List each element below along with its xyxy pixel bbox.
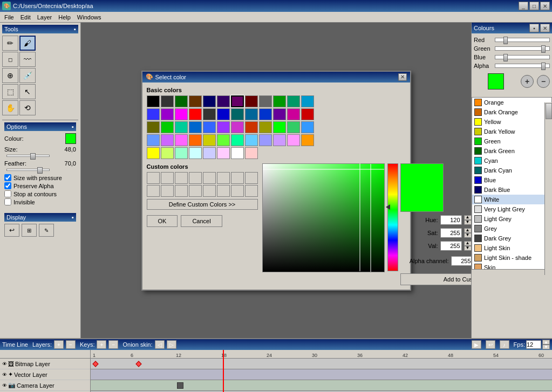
basic-color-cell[interactable] bbox=[161, 134, 174, 146]
basic-color-cell[interactable] bbox=[231, 147, 244, 159]
basic-color-cell[interactable] bbox=[203, 147, 216, 159]
green-channel-slider[interactable] bbox=[495, 46, 550, 51]
pencil-tool[interactable]: ✏ bbox=[2, 36, 18, 51]
scroll-thumb[interactable] bbox=[546, 103, 552, 119]
layer-row[interactable]: 👁✦Vector Layer bbox=[0, 369, 90, 380]
color-list-item[interactable]: White bbox=[472, 195, 551, 204]
color-list-item[interactable]: Orange bbox=[472, 98, 551, 107]
basic-color-cell[interactable] bbox=[203, 121, 216, 133]
basic-color-cell[interactable] bbox=[287, 95, 300, 107]
color-list-item[interactable]: Dark Cyan bbox=[472, 166, 551, 175]
define-custom-colors-button[interactable]: Define Custom Colors >> bbox=[147, 199, 258, 210]
move-tool[interactable]: ↖ bbox=[19, 84, 36, 99]
basic-color-cell[interactable] bbox=[175, 108, 188, 120]
stop-contours-checkbox[interactable] bbox=[4, 190, 11, 197]
basic-color-cell[interactable] bbox=[245, 95, 258, 107]
basic-color-cell[interactable] bbox=[231, 121, 244, 133]
basic-color-cell[interactable] bbox=[189, 134, 202, 146]
bitmap-track[interactable] bbox=[91, 359, 552, 369]
basic-color-cell[interactable] bbox=[273, 121, 286, 133]
hue-input[interactable] bbox=[440, 215, 462, 225]
basic-color-cell[interactable] bbox=[231, 108, 244, 120]
menu-edit[interactable]: Edit bbox=[17, 13, 34, 22]
color-list-item[interactable]: Light Skin bbox=[472, 243, 551, 253]
basic-color-cell[interactable] bbox=[161, 95, 174, 107]
colours-panel-restore[interactable]: ▪ bbox=[529, 24, 539, 32]
fill-tool[interactable]: ⊕ bbox=[2, 68, 18, 83]
colours-panel-close[interactable]: ✕ bbox=[540, 24, 550, 32]
basic-color-cell[interactable] bbox=[175, 134, 188, 146]
color-list-item[interactable]: Yellow bbox=[472, 117, 551, 127]
custom-cell[interactable] bbox=[245, 172, 258, 184]
display-btn1[interactable]: ↩ bbox=[4, 224, 19, 237]
rewind-button[interactable]: ↩ bbox=[486, 340, 495, 349]
custom-cell[interactable] bbox=[189, 185, 202, 197]
sat-input[interactable] bbox=[440, 228, 462, 238]
custom-cell[interactable] bbox=[217, 185, 230, 197]
size-pressure-checkbox[interactable] bbox=[4, 174, 11, 181]
canvas-area[interactable]: 🎨 Select color ✕ Basic colors Custom col… bbox=[81, 23, 471, 338]
invisible-checkbox[interactable] bbox=[4, 198, 11, 205]
color-list-item[interactable]: Light Skin - shade bbox=[472, 253, 551, 263]
play-button[interactable]: ▶ bbox=[472, 340, 481, 349]
custom-cell[interactable] bbox=[147, 172, 160, 184]
alpha-channel-input[interactable] bbox=[451, 256, 472, 266]
basic-color-cell[interactable] bbox=[231, 95, 244, 107]
fps-down[interactable]: ▼ bbox=[542, 345, 550, 349]
color-list-item[interactable]: Dark Green bbox=[472, 146, 551, 156]
color-list-item[interactable]: Dark Blue bbox=[472, 185, 551, 195]
custom-cell[interactable] bbox=[147, 185, 160, 197]
color-list-item[interactable]: Green bbox=[472, 136, 551, 146]
color-list[interactable]: OrangeDark OrangeYellowDark YellowGreenD… bbox=[472, 97, 552, 270]
color-list-item[interactable]: Dark Grey bbox=[472, 233, 551, 243]
add-color-button[interactable]: + bbox=[521, 75, 534, 88]
alpha-channel-slider[interactable] bbox=[495, 64, 550, 68]
eyedropper-tool[interactable]: 💉 bbox=[19, 68, 36, 83]
basic-color-cell[interactable] bbox=[273, 108, 286, 120]
basic-color-cell[interactable] bbox=[161, 108, 174, 120]
layer-row[interactable]: 👁📷Camera Layer bbox=[0, 380, 90, 391]
basic-color-cell[interactable] bbox=[301, 95, 314, 107]
menu-file[interactable]: File bbox=[1, 13, 17, 22]
transform-tool[interactable]: ⟲ bbox=[19, 100, 36, 115]
color-list-item[interactable]: Dark Orange bbox=[472, 107, 551, 117]
display-btn2[interactable]: ⊞ bbox=[22, 224, 37, 237]
basic-color-cell[interactable] bbox=[217, 95, 230, 107]
maximize-button[interactable]: □ bbox=[529, 2, 539, 10]
basic-color-cell[interactable] bbox=[161, 147, 174, 159]
blue-channel-slider[interactable] bbox=[495, 55, 550, 59]
basic-color-cell[interactable] bbox=[175, 147, 188, 159]
custom-cell[interactable] bbox=[203, 185, 216, 197]
preserve-alpha-checkbox[interactable] bbox=[4, 182, 11, 189]
basic-color-cell[interactable] bbox=[147, 121, 160, 133]
basic-color-cell[interactable] bbox=[301, 121, 314, 133]
basic-color-cell[interactable] bbox=[231, 134, 244, 146]
custom-cell[interactable] bbox=[161, 185, 174, 197]
eraser-tool[interactable]: ◻ bbox=[2, 52, 18, 67]
fps-up[interactable]: ▲ bbox=[542, 340, 550, 345]
colour-swatch[interactable] bbox=[65, 133, 76, 144]
basic-color-cell[interactable] bbox=[217, 147, 230, 159]
ok-button[interactable]: OK bbox=[147, 215, 178, 227]
color-preview-right[interactable] bbox=[488, 73, 504, 90]
color-list-item[interactable]: Blue bbox=[472, 175, 551, 185]
select-rect-tool[interactable]: ⬚ bbox=[2, 84, 18, 99]
basic-color-cell[interactable] bbox=[147, 147, 160, 159]
track-area[interactable]: 16121824303642485460 bbox=[91, 350, 552, 392]
basic-color-cell[interactable] bbox=[203, 95, 216, 107]
color-list-item[interactable]: Cyan bbox=[472, 156, 551, 166]
hue-down[interactable]: ▼ bbox=[464, 220, 472, 225]
brush-tool[interactable]: 🖌 bbox=[19, 36, 36, 51]
colors-scrollbar[interactable] bbox=[544, 102, 552, 275]
basic-color-cell[interactable] bbox=[175, 95, 188, 107]
basic-color-cell[interactable] bbox=[147, 95, 160, 107]
custom-cell[interactable] bbox=[203, 172, 216, 184]
custom-cell[interactable] bbox=[175, 172, 188, 184]
basic-color-cell[interactable] bbox=[147, 108, 160, 120]
basic-color-cell[interactable] bbox=[287, 121, 300, 133]
basic-color-cell[interactable] bbox=[259, 121, 272, 133]
basic-color-cell[interactable] bbox=[203, 108, 216, 120]
basic-color-cell[interactable] bbox=[203, 134, 216, 146]
size-slider[interactable] bbox=[6, 155, 50, 157]
basic-color-cell[interactable] bbox=[175, 121, 188, 133]
